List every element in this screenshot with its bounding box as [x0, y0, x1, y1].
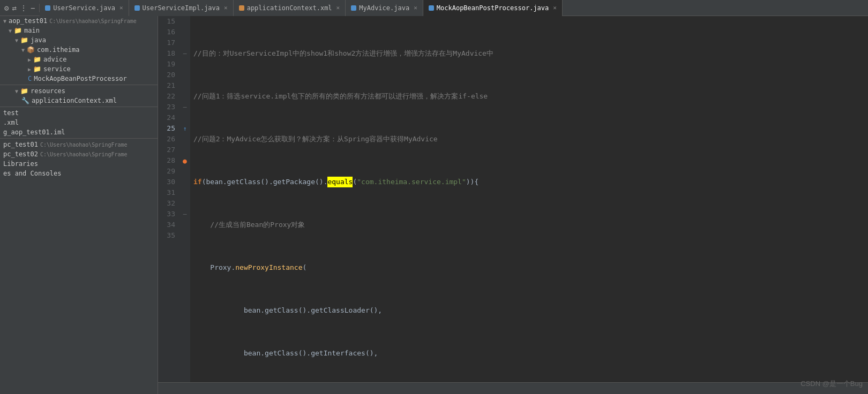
- gutter-29: [179, 166, 190, 177]
- sidebar-java-label: java: [31, 36, 46, 44]
- code-22: bean.getClass().getInterfaces(),: [193, 348, 378, 359]
- folder-icon: 📁: [14, 27, 22, 34]
- main-area: ▼ aop_test01 C:\Users\haohao\SpringFrame…: [0, 16, 868, 394]
- line-num-22: 22: [162, 91, 175, 102]
- line-num-33: 33: [162, 209, 175, 219]
- code-content[interactable]: //目的：对UserServiceImpl中的show1和show2方法进行增强…: [190, 16, 868, 382]
- line-num-30: 30: [162, 177, 175, 187]
- sidebar-item-comitheima[interactable]: ▼ 📦 com.itheima: [0, 45, 158, 55]
- sidebar-item-consoles[interactable]: es and Consoles: [0, 169, 158, 178]
- tab-myadvice-close[interactable]: ✕: [414, 4, 417, 11]
- tab-userserviceimpl[interactable]: UserServiceImpl.java ✕: [129, 0, 234, 16]
- sidebar-item-mockaop[interactable]: C MockAopBeanPostProcessor: [0, 74, 158, 84]
- line-num-34: 34: [162, 219, 175, 230]
- code-line-16: //问题1：筛选service.impl包下的所有的类的所有方法都可以进行增强，…: [193, 91, 865, 102]
- kw-if: if: [193, 177, 202, 187]
- expand-icon: ▼: [15, 88, 18, 94]
- sidebar-item-iml[interactable]: g_aop_test01.iml: [0, 127, 158, 137]
- sidebar-pctest02-label: pc_test02: [3, 150, 38, 158]
- gutter-27: [179, 145, 190, 155]
- gutter-23[interactable]: ─: [179, 102, 190, 112]
- code-editor[interactable]: 15 16 17 18 19 20 21 22 23 24 25 26 27 2…: [158, 16, 868, 382]
- tab-mockaop[interactable]: MockAopBeanPostProcessor.java ✕: [423, 0, 563, 16]
- sidebar-item-service[interactable]: ▶ 📁 service: [0, 64, 158, 74]
- line-num-25: 25: [162, 123, 175, 134]
- sidebar-comitheima-label: com.itheima: [37, 46, 79, 54]
- gutter: ─ ─ ↑ ● ─: [179, 16, 190, 382]
- tab-applicationcontext-close[interactable]: ✕: [336, 4, 340, 11]
- sidebar-item-xml[interactable]: .xml: [0, 118, 158, 127]
- bottom-bar: [158, 382, 868, 394]
- gutter-26: [179, 134, 190, 145]
- sidebar-item-resources[interactable]: ▼ 📁 resources: [0, 86, 158, 96]
- line-num-35: 35: [162, 230, 175, 241]
- folder-icon: 📁: [20, 36, 28, 44]
- line-num-18: 18: [162, 48, 175, 59]
- gutter-32: [179, 198, 190, 209]
- gutter-16: [179, 27, 190, 37]
- sidebar-project[interactable]: ▼ aop_test01 C:\Users\haohao\SpringFrame: [0, 16, 158, 26]
- line-num-28: 28: [162, 155, 175, 166]
- sidebar-xml-label: .xml: [3, 119, 19, 126]
- gutter-15: [179, 16, 190, 27]
- tab-userservice-close[interactable]: ✕: [119, 4, 123, 11]
- gutter-20: [179, 70, 190, 80]
- tab-myadvice-label: MyAdvice.java: [359, 4, 409, 12]
- gutter-19: [179, 59, 190, 70]
- sidebar-item-pctest01[interactable]: pc_test01 C:\Users\haohao\SpringFrame: [0, 140, 158, 149]
- gutter-17: [179, 37, 190, 48]
- gutter-33[interactable]: ─: [179, 209, 190, 219]
- sidebar-item-advice[interactable]: ▶ 📁 advice: [0, 55, 158, 64]
- code-20: Proxy.: [193, 262, 235, 273]
- split-icon[interactable]: ⇄: [12, 4, 16, 12]
- line-num-17: 17: [162, 37, 175, 48]
- line-num-31: 31: [162, 187, 175, 198]
- line-num-21: 21: [162, 80, 175, 91]
- tab-userserviceimpl-close[interactable]: ✕: [224, 4, 228, 11]
- expand-icon: ▶: [28, 66, 31, 72]
- tab-java-icon: [429, 5, 434, 11]
- gutter-22: [179, 91, 190, 102]
- gutter-31: [179, 187, 190, 198]
- code-line-20: Proxy.newProxyInstance(: [193, 262, 865, 273]
- pctest01-path: C:\Users\haohao\SpringFrame: [40, 142, 128, 148]
- folder-icon: 📁: [33, 56, 41, 63]
- settings-icon[interactable]: ⚙: [4, 4, 9, 12]
- line-num-16: 16: [162, 27, 175, 37]
- sidebar-item-applicationcontext[interactable]: 🔧 applicationContext.xml: [0, 96, 158, 105]
- sidebar-item-libraries[interactable]: Libraries: [0, 159, 158, 169]
- comment-19: //生成当前Bean的Proxy对象: [193, 219, 305, 230]
- minimize-icon[interactable]: −: [31, 4, 35, 12]
- menu-icon[interactable]: ⋮: [20, 4, 27, 12]
- sidebar-libraries-label: Libraries: [3, 160, 38, 168]
- tab-myadvice[interactable]: MyAdvice.java ✕: [346, 0, 423, 16]
- hl-equals: equals: [327, 177, 353, 187]
- gutter-24: [179, 112, 190, 123]
- sidebar-consoles-label: es and Consoles: [3, 170, 61, 177]
- tab-userserviceimpl-label: UserServiceImpl.java: [143, 4, 220, 12]
- method-20: newProxyInstance: [235, 262, 302, 273]
- folder-icon: 📁: [20, 87, 28, 95]
- expand-icon: ▼: [21, 47, 25, 53]
- gutter-25[interactable]: ↑: [179, 123, 190, 134]
- sidebar-item-main[interactable]: ▼ 📁 main: [0, 26, 158, 35]
- gutter-18[interactable]: ─: [179, 48, 190, 59]
- sidebar-item-test[interactable]: test: [0, 108, 158, 118]
- tab-userservice[interactable]: UserService.java ✕: [40, 0, 129, 16]
- editor-area: 15 16 17 18 19 20 21 22 23 24 25 26 27 2…: [158, 16, 868, 394]
- tab-xml-icon: [239, 5, 244, 11]
- line-num-32: 32: [162, 198, 175, 209]
- code-line-19: //生成当前Bean的Proxy对象: [193, 219, 865, 230]
- sidebar: ▼ aop_test01 C:\Users\haohao\SpringFrame…: [0, 16, 158, 394]
- folder-icon: 📁: [33, 65, 41, 73]
- line-numbers: 15 16 17 18 19 20 21 22 23 24 25 26 27 2…: [158, 16, 179, 382]
- tab-applicationcontext[interactable]: applicationContext.xml ✕: [234, 0, 346, 16]
- expand-icon: ▶: [28, 57, 31, 63]
- gutter-34: [179, 219, 190, 230]
- sidebar-item-java[interactable]: ▼ 📁 java: [0, 35, 158, 45]
- comment-16: //问题1：筛选service.impl包下的所有的类的所有方法都可以进行增强，…: [193, 91, 488, 102]
- paren: (bean.getClass().getPackage().: [202, 177, 328, 187]
- tab-mockaop-close[interactable]: ✕: [553, 4, 557, 11]
- sidebar-item-pctest02[interactable]: pc_test02 C:\Users\haohao\SpringFrame: [0, 149, 158, 159]
- tab-java-icon: [351, 5, 356, 11]
